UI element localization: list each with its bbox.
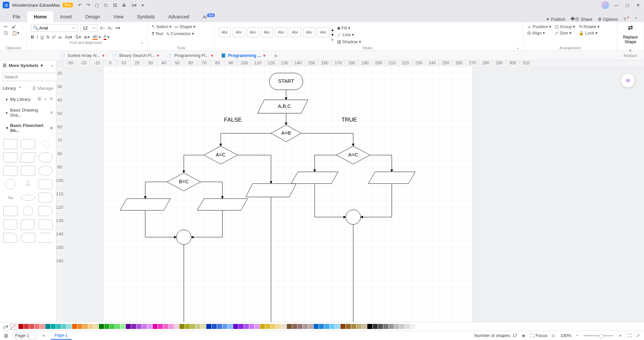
node-ac-left[interactable]: A=C xyxy=(216,152,226,157)
text-tool[interactable]: T Text xyxy=(152,31,163,36)
font-size-select[interactable]: 12 xyxy=(80,24,97,32)
color-swatch[interactable] xyxy=(281,324,286,329)
color-swatch[interactable] xyxy=(120,324,125,329)
styles-launcher-icon[interactable]: ↘ xyxy=(516,46,519,50)
fullscreen-icon[interactable]: ⤢ xyxy=(636,333,640,338)
menu-file[interactable]: File xyxy=(6,11,27,22)
shape-predefined[interactable] xyxy=(3,166,17,176)
line-button[interactable]: ／ Line▾ xyxy=(337,32,361,38)
collapse-ribbon-icon[interactable]: ⌃ xyxy=(634,17,638,22)
maximize-icon[interactable]: ◻ xyxy=(624,3,631,8)
align-button[interactable]: ⊟ Align▾ xyxy=(527,30,551,36)
ai-fab-button[interactable]: M xyxy=(621,74,635,87)
minimize-icon[interactable]: — xyxy=(613,3,620,8)
line-spacing-icon[interactable]: ⇅▾ xyxy=(75,35,81,40)
color-swatch[interactable] xyxy=(265,324,270,329)
color-swatch[interactable] xyxy=(346,324,351,329)
color-swatch[interactable] xyxy=(51,324,56,329)
page-list-icon[interactable]: ▥ xyxy=(4,333,8,338)
shape-internal[interactable] xyxy=(21,166,35,176)
color-swatch[interactable] xyxy=(88,324,93,329)
color-swatch[interactable] xyxy=(378,324,383,329)
color-swatch[interactable] xyxy=(163,324,168,329)
format-painter-icon[interactable]: 🖌 xyxy=(12,24,19,29)
color-swatch[interactable] xyxy=(174,324,179,329)
gallery-up-icon[interactable]: ▴ xyxy=(331,27,334,32)
node-input[interactable]: A,B,C xyxy=(278,103,291,109)
case-icon[interactable]: Aa▾ xyxy=(65,35,72,40)
color-swatch[interactable] xyxy=(292,324,297,329)
node-ab[interactable]: A=B xyxy=(281,130,291,136)
styles-gallery[interactable]: Abc Abc Abc Abc Abc Abc Abc Abc ▴▾▿ xyxy=(219,27,334,42)
focus-button[interactable]: ⛶ Focus xyxy=(530,333,547,338)
copy-icon[interactable]: ⿻ xyxy=(4,30,8,36)
close-lib-icon[interactable]: ✕ xyxy=(50,110,53,115)
shape-stored[interactable] xyxy=(3,233,17,243)
color-swatch[interactable] xyxy=(137,324,142,329)
color-swatch[interactable] xyxy=(298,324,303,329)
more-symbols-header[interactable]: ☰ More Symbols▾ « xyxy=(0,60,56,71)
color-swatch[interactable] xyxy=(233,324,238,329)
color-swatch[interactable] xyxy=(83,324,88,329)
color-swatch[interactable] xyxy=(179,324,184,329)
paste-icon[interactable]: 📋▾ xyxy=(12,30,19,36)
menu-home[interactable]: Home xyxy=(27,11,54,22)
color-swatch[interactable] xyxy=(340,324,345,329)
color-swatch[interactable] xyxy=(357,324,362,329)
shape-tape[interactable] xyxy=(21,219,35,230)
shape-alt[interactable] xyxy=(3,219,17,229)
undo-icon[interactable]: ↶ xyxy=(78,3,82,8)
color-swatch[interactable] xyxy=(238,324,244,329)
font-color-icon[interactable]: A▾ xyxy=(104,34,110,40)
more-icon[interactable]: ▾ xyxy=(142,3,144,8)
color-swatch[interactable] xyxy=(24,324,29,329)
shape-card[interactable] xyxy=(39,179,53,189)
shape-display[interactable] xyxy=(21,233,35,243)
color-swatch[interactable] xyxy=(260,324,265,329)
color-swatch[interactable] xyxy=(35,324,40,329)
color-swatch[interactable] xyxy=(367,324,372,329)
help-icon[interactable]: ? ● xyxy=(624,17,629,22)
color-swatch[interactable] xyxy=(271,324,276,329)
node-o4[interactable] xyxy=(291,172,338,184)
avatar[interactable] xyxy=(601,1,609,9)
close-lib-icon[interactable]: ✕ xyxy=(50,96,53,102)
style-preset[interactable]: Abc xyxy=(247,27,259,37)
color-swatch[interactable] xyxy=(115,324,120,329)
shape-ellipse[interactable] xyxy=(39,166,53,176)
add-tab-icon[interactable]: ＋ xyxy=(270,52,281,60)
strike-icon[interactable]: S xyxy=(46,35,49,40)
color-swatch[interactable] xyxy=(206,324,211,329)
bullets-icon[interactable]: ≣▾ xyxy=(84,35,90,40)
layers-icon[interactable]: ◈ xyxy=(522,333,525,338)
doc-tab[interactable]: 📄 Sorted Array Al... xyxy=(57,52,108,59)
shape-annotation[interactable]: Yes xyxy=(3,193,17,203)
cut-icon[interactable]: ✂ xyxy=(4,24,8,29)
open-icon[interactable]: 🗀 xyxy=(104,3,108,8)
my-library-item[interactable]: ▸ My Library⊞＋✕ xyxy=(0,93,56,105)
style-preset[interactable]: Abc xyxy=(233,27,245,37)
color-swatch[interactable] xyxy=(104,324,109,329)
fit-page-icon[interactable]: ⛶ xyxy=(627,333,632,338)
no-fill-swatch[interactable] xyxy=(10,324,16,330)
collapse-panel-icon[interactable]: « xyxy=(51,63,53,68)
basic-drawing-item[interactable]: ▸ Basic Drawing Sha...✕ xyxy=(0,105,56,120)
color-swatch[interactable] xyxy=(142,324,147,329)
menu-view[interactable]: View xyxy=(107,11,130,22)
color-swatch[interactable] xyxy=(228,324,233,329)
node-bc[interactable]: B=C xyxy=(179,179,189,184)
menu-advanced[interactable]: Advanced xyxy=(162,11,196,22)
color-swatch[interactable] xyxy=(410,324,415,329)
shadow-button[interactable]: ▨ Shadow▾ xyxy=(337,39,361,44)
increase-font-icon[interactable]: A↑ xyxy=(100,25,105,30)
doc-tab[interactable]: 📄 Programming Fl... xyxy=(164,52,216,59)
color-swatch[interactable] xyxy=(201,324,206,329)
shape-rounded[interactable] xyxy=(21,139,35,149)
menu-design[interactable]: Design xyxy=(78,11,107,22)
new-icon[interactable]: ▢ xyxy=(95,3,99,8)
node-o1[interactable] xyxy=(120,199,170,210)
color-swatch[interactable] xyxy=(94,324,99,329)
shape-tool[interactable]: ▭ Shape ▾ xyxy=(174,24,196,29)
color-swatch[interactable] xyxy=(131,324,136,329)
color-swatch[interactable] xyxy=(303,324,308,329)
